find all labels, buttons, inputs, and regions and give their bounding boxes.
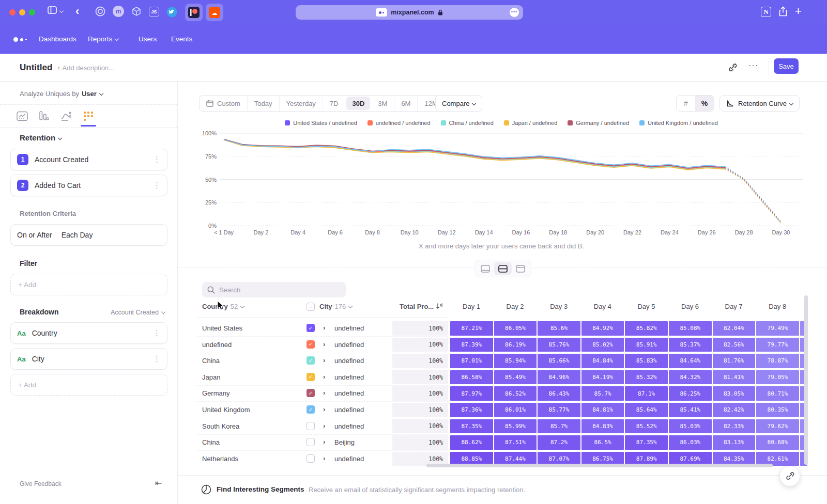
retention-cell[interactable]: 84.81% bbox=[581, 403, 624, 417]
retention-cell[interactable]: 86.25% bbox=[669, 386, 712, 401]
layout-split[interactable] bbox=[494, 262, 512, 275]
retention-cell[interactable]: 85.91% bbox=[625, 338, 668, 352]
col-city[interactable]: City176 bbox=[319, 303, 352, 310]
row-checkbox[interactable] bbox=[307, 438, 315, 446]
tab-flows[interactable] bbox=[58, 108, 74, 124]
legend-item[interactable]: United States / undefined bbox=[285, 120, 357, 126]
compare-button[interactable]: Compare bbox=[435, 95, 482, 112]
retention-cell[interactable]: 85.41% bbox=[669, 403, 712, 417]
table-search[interactable]: Search bbox=[202, 282, 346, 297]
tab-funnels[interactable] bbox=[36, 108, 52, 124]
mixpanel-logo[interactable] bbox=[13, 37, 27, 42]
retention-cell[interactable]: 82.33% bbox=[713, 419, 756, 434]
url-bar[interactable]: mixpanel.com ••• bbox=[296, 5, 523, 20]
retention-cell[interactable]: 79.05% bbox=[756, 370, 799, 385]
retention-cell[interactable]: 81.76% bbox=[713, 354, 756, 368]
retention-cell[interactable]: 85.52% bbox=[625, 419, 668, 434]
retention-cell[interactable]: 84.32% bbox=[669, 370, 712, 385]
row-checkbox[interactable]: ✓ bbox=[307, 389, 315, 397]
horizontal-scrollbar[interactable] bbox=[426, 464, 773, 467]
value-mode-percent[interactable]: % bbox=[695, 96, 714, 111]
legend-item[interactable]: Germany / undefined bbox=[568, 120, 629, 126]
add-filter-button[interactable]: + Add bbox=[10, 274, 167, 295]
date-range-today[interactable]: Today bbox=[248, 96, 280, 111]
give-feedback-link[interactable]: Give Feedback bbox=[20, 480, 62, 487]
kebab-menu-icon[interactable]: ⋮ bbox=[153, 354, 161, 364]
retention-cell[interactable]: 85.6% bbox=[538, 321, 580, 336]
retention-cell[interactable]: 79.49% bbox=[756, 321, 799, 336]
js-icon[interactable]: JS bbox=[149, 7, 159, 17]
share-icon[interactable] bbox=[778, 6, 788, 17]
notion-icon[interactable]: N bbox=[761, 7, 771, 17]
retention-cell[interactable]: 87.97% bbox=[450, 386, 493, 401]
collapse-sidebar-icon[interactable]: ⇤ bbox=[155, 478, 162, 488]
retention-cell[interactable]: 85.76% bbox=[538, 338, 580, 352]
nav-events[interactable]: Events bbox=[171, 35, 192, 43]
retention-cell[interactable]: 87.2% bbox=[538, 435, 580, 450]
kebab-menu-icon[interactable]: ⋮ bbox=[153, 181, 161, 190]
analyze-value[interactable]: User bbox=[82, 90, 97, 98]
retention-cell[interactable]: 84.92% bbox=[581, 321, 624, 336]
date-range-6m[interactable]: 6M bbox=[394, 96, 418, 111]
col-day-6[interactable]: Day 6 bbox=[669, 303, 711, 310]
share-link-fab[interactable] bbox=[779, 466, 800, 486]
report-title[interactable]: Untitled bbox=[20, 62, 52, 73]
value-mode-absolute[interactable]: # bbox=[677, 96, 695, 111]
retention-cell[interactable]: 85.77% bbox=[538, 403, 580, 417]
retention-cell[interactable]: 87.36% bbox=[450, 403, 493, 417]
date-range-yesterday[interactable]: Yesterday bbox=[280, 96, 323, 111]
nav-reports[interactable]: Reports bbox=[88, 35, 118, 43]
retention-cell[interactable]: 87.21% bbox=[450, 321, 493, 336]
retention-cell[interactable]: 80.68% bbox=[756, 435, 799, 450]
retention-cell[interactable]: 85.64% bbox=[625, 403, 668, 417]
retention-cell[interactable]: 85.7% bbox=[581, 386, 624, 401]
sort-descending-icon[interactable] bbox=[436, 303, 443, 310]
expand-row-icon[interactable]: › bbox=[323, 389, 325, 397]
retention-cell[interactable]: 80.35% bbox=[756, 403, 799, 417]
criteria-on-or-after[interactable]: On or After bbox=[17, 231, 52, 239]
retention-cell[interactable]: 82.04% bbox=[713, 321, 756, 336]
retention-cell[interactable]: 85.82% bbox=[625, 321, 668, 336]
retention-cell[interactable]: 87.1% bbox=[625, 386, 668, 401]
legend-item[interactable]: United Kingdom / undefined bbox=[639, 120, 718, 126]
row-checkbox[interactable]: ✓ bbox=[307, 340, 315, 349]
traffic-light-close[interactable] bbox=[9, 9, 16, 15]
onepassword-icon[interactable] bbox=[95, 6, 105, 17]
retention-cell[interactable]: 86.03% bbox=[669, 435, 712, 450]
new-tab-icon[interactable]: + bbox=[795, 5, 802, 18]
add-description[interactable]: + Add description... bbox=[57, 64, 114, 72]
retention-cell[interactable]: 86.01% bbox=[494, 403, 537, 417]
expand-row-icon[interactable]: › bbox=[323, 324, 325, 332]
layout-chart-only[interactable] bbox=[477, 262, 494, 275]
retention-cell[interactable]: 83.13% bbox=[713, 435, 756, 450]
retention-cell[interactable]: 81.41% bbox=[713, 370, 756, 385]
url-more-icon[interactable]: ••• bbox=[510, 8, 519, 17]
retention-cell[interactable]: 85.32% bbox=[625, 370, 668, 385]
row-checkbox[interactable]: ✓ bbox=[307, 405, 315, 414]
retention-cell[interactable]: 85.49% bbox=[494, 370, 537, 385]
traffic-light-minimize[interactable] bbox=[19, 9, 25, 15]
col-day-5[interactable]: Day 5 bbox=[625, 303, 667, 310]
retention-cell[interactable]: 82.42% bbox=[713, 403, 756, 417]
layout-table-only[interactable] bbox=[512, 262, 529, 275]
retention-cell[interactable]: 80.71% bbox=[756, 386, 799, 401]
retention-cell[interactable]: 84.83% bbox=[581, 419, 624, 434]
patreon-icon[interactable] bbox=[185, 4, 203, 21]
retention-cell[interactable]: 84.64% bbox=[669, 354, 712, 368]
traffic-light-zoom[interactable] bbox=[29, 9, 35, 15]
col-day-4[interactable]: Day 4 bbox=[581, 303, 624, 310]
retention-cell[interactable]: 84.84% bbox=[581, 354, 624, 368]
breakdown-city-card[interactable]: Aa City ⋮ bbox=[10, 348, 167, 370]
date-range-3m[interactable]: 3M bbox=[371, 96, 394, 111]
date-range-30d[interactable]: 30D bbox=[346, 97, 370, 110]
retention-cell[interactable]: 86.58% bbox=[450, 370, 493, 385]
col-day-1[interactable]: Day 1 bbox=[450, 303, 493, 310]
retention-criteria-card[interactable]: On or After Each Day bbox=[10, 224, 167, 246]
retention-cell[interactable]: 85.03% bbox=[669, 419, 712, 434]
expand-row-icon[interactable]: › bbox=[323, 454, 325, 462]
tab-insights[interactable] bbox=[14, 108, 30, 124]
retention-cell[interactable]: 78.87% bbox=[756, 354, 799, 368]
box-icon[interactable] bbox=[131, 6, 142, 17]
retention-cell[interactable]: 86.05% bbox=[494, 321, 537, 336]
copy-link-icon[interactable] bbox=[728, 63, 737, 72]
